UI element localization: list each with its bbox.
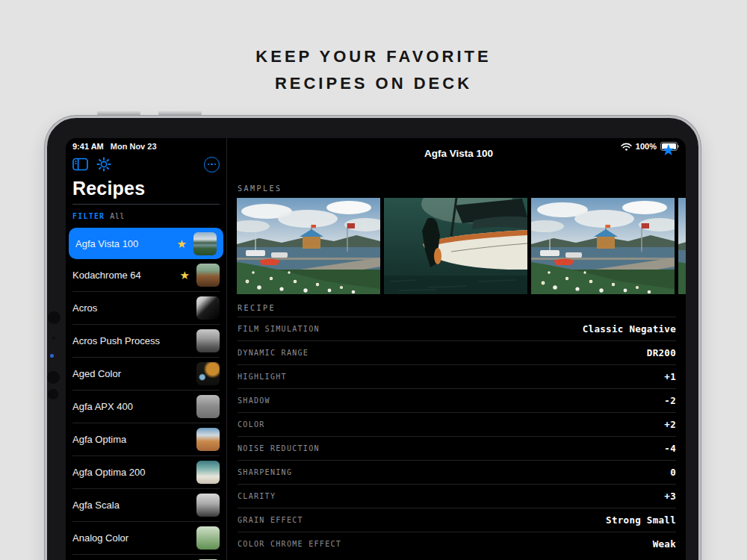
recipe-name: Kodachrome 64: [72, 270, 180, 281]
sample-photos-row: [237, 198, 686, 294]
list-item-kodachrome-64[interactable]: Kodachrome 64 ★: [72, 259, 220, 292]
setting-value: -2: [664, 395, 676, 406]
setting-label: FILM SIMULATION: [238, 325, 320, 333]
list-item-aged-color[interactable]: Aged Color ★: [72, 358, 220, 391]
app-screen: 9:41 AM Mon Nov 23 100%: [66, 138, 686, 560]
setting-value: Strong Small: [606, 514, 676, 526]
ipad-device-frame: 9:41 AM Mon Nov 23 100%: [45, 116, 701, 560]
setting-row-color: COLOR +2: [238, 412, 676, 436]
setting-row-shadow: SHADOW -2: [238, 388, 676, 412]
star-icon: ★: [180, 270, 190, 281]
camera-dot: [48, 389, 58, 399]
filter-label: FILTER: [72, 212, 105, 220]
detail-title: Agfa Vista 100: [232, 148, 686, 159]
filter-value: All: [110, 212, 125, 220]
setting-value: Weak: [653, 538, 676, 550]
sidebar-title: Recipes: [72, 178, 145, 199]
recipe-thumbnail: [196, 494, 220, 517]
setting-label: CLARITY: [238, 492, 276, 500]
recipe-thumbnail: [196, 329, 220, 352]
recipe-settings-table: FILM SIMULATION Classic Negative DYNAMIC…: [238, 317, 676, 556]
setting-row-color-chrome-effect: COLOR CHROME EFFECT Weak: [238, 532, 676, 556]
recipe-name: Agfa Scala: [72, 500, 196, 511]
recipe-section-label: RECIPE: [238, 304, 276, 312]
setting-row-film-simulation: FILM SIMULATION Classic Negative: [238, 317, 676, 340]
setting-row-noise-reduction: NOISE REDUCTION -4: [238, 436, 676, 460]
list-item-agfa-vista-100[interactable]: Agfa Vista 100 ★: [69, 228, 223, 259]
sample-photo-boat[interactable]: [384, 198, 527, 294]
setting-value: +3: [664, 491, 676, 502]
setting-label: COLOR: [238, 420, 265, 429]
camera-indicator-dot: [50, 354, 54, 358]
sample-photo-clipped[interactable]: [678, 198, 686, 294]
setting-value: +1: [664, 371, 676, 382]
camera-dot: [52, 337, 55, 340]
setting-label: SHARPENING: [238, 468, 292, 476]
list-item-agfa-apx-400[interactable]: Agfa APX 400 ★: [72, 391, 220, 423]
setting-row-sharpening: SHARPENING 0: [238, 460, 676, 484]
recipe-name: Agfa APX 400: [72, 401, 196, 412]
star-icon: ★: [177, 238, 187, 249]
recipe-thumbnail: [196, 526, 220, 550]
setting-label: SHADOW: [238, 396, 270, 405]
sample-photo-marina[interactable]: [237, 198, 380, 294]
recipe-name: Aged Color: [72, 368, 196, 379]
heading-line-2: RECIPES ON DECK: [0, 70, 747, 97]
recipe-thumbnail: [196, 264, 220, 287]
list-item-agfa-optima-200[interactable]: Agfa Optima 200 ★: [72, 456, 220, 489]
list-item-analog-color[interactable]: Analog Color ★: [72, 522, 220, 555]
setting-label: GRAIN EFFECT: [238, 516, 303, 524]
setting-label: DYNAMIC RANGE: [238, 349, 309, 357]
recipe-name: Agfa Vista 100: [75, 238, 177, 249]
setting-row-dynamic-range: DYNAMIC RANGE DR200: [238, 340, 676, 364]
camera-dot: [48, 311, 61, 324]
setting-row-clarity: CLARITY +3: [238, 484, 676, 508]
sample-photo-marina[interactable]: [531, 198, 675, 294]
page-title: KEEP YOUR FAVORITE RECIPES ON DECK: [0, 43, 747, 97]
recipe-thumbnail: [196, 461, 220, 484]
page: KEEP YOUR FAVORITE RECIPES ON DECK 9:41 …: [0, 0, 747, 560]
setting-value: 0: [670, 467, 676, 478]
filter-row[interactable]: FILTER All: [72, 210, 220, 222]
setting-label: COLOR CHROME EFFECT: [238, 540, 341, 548]
favorite-star-button[interactable]: ★: [661, 142, 675, 158]
list-item-partial[interactable]: [72, 555, 220, 560]
setting-label: NOISE REDUCTION: [238, 444, 320, 452]
setting-row-highlight: HIGHLIGHT +1: [238, 364, 676, 388]
heading-line-1: KEEP YOUR FAVORITE: [0, 43, 747, 70]
recipe-thumbnail: [196, 428, 220, 451]
setting-value: Classic Negative: [583, 323, 676, 335]
recipe-thumbnail: [193, 232, 217, 255]
list-item-agfa-optima[interactable]: Agfa Optima ★: [72, 423, 220, 456]
recipe-thumbnail: [196, 395, 220, 418]
setting-value: -4: [664, 443, 676, 454]
more-ellipsis-button[interactable]: [204, 157, 220, 172]
sidebar: Recipes FILTER All Agfa Vista 100 ★ Koda…: [66, 138, 227, 560]
detail-panel: Agfa Vista 100 ★ SAMPLES: [232, 138, 686, 560]
samples-section-label: SAMPLES: [238, 184, 282, 193]
recipe-name: Analog Color: [72, 532, 196, 544]
setting-label: HIGHLIGHT: [238, 373, 287, 381]
list-item-acros[interactable]: Acros ★: [72, 292, 220, 325]
sidebar-toolbar: [72, 156, 220, 172]
recipe-name: Agfa Optima 200: [72, 467, 196, 478]
list-item-agfa-scala[interactable]: Agfa Scala ★: [72, 489, 220, 522]
recipe-name: Agfa Optima: [72, 434, 196, 445]
setting-value: +2: [664, 419, 676, 430]
recipe-thumbnail: [196, 362, 220, 385]
recipe-list: Agfa Vista 100 ★ Kodachrome 64 ★ Acros ★: [72, 225, 220, 560]
camera-dot: [47, 371, 60, 384]
setting-row-grain-effect: GRAIN EFFECT Strong Small: [238, 508, 676, 532]
divider: [72, 204, 220, 205]
recipe-thumbnail: [196, 296, 220, 320]
list-item-acros-push-process[interactable]: Acros Push Process ★: [72, 325, 220, 358]
recipe-name: Acros: [72, 302, 196, 314]
gear-icon[interactable]: [96, 157, 111, 172]
setting-value: DR200: [647, 347, 676, 358]
sidebar-toggle-icon[interactable]: [72, 158, 88, 171]
recipe-name: Acros Push Process: [72, 335, 196, 346]
